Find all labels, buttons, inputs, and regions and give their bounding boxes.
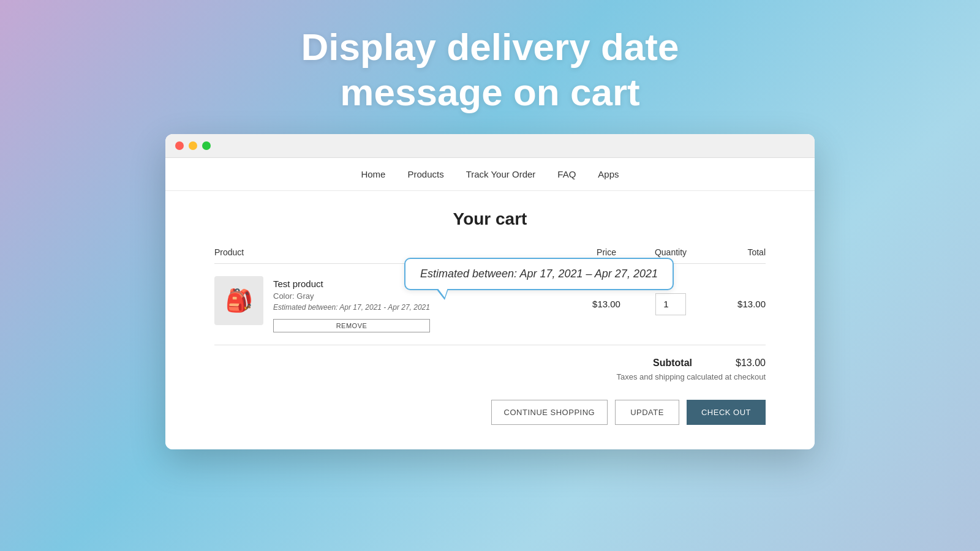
cart-subtotal: Subtotal $13.00 Taxes and shipping calcu… bbox=[214, 345, 766, 394]
cart-actions: CONTINUE SHOPPING UPDATE CHECK OUT bbox=[214, 394, 766, 431]
product-image: 🎒 bbox=[214, 276, 263, 325]
minimize-button-icon[interactable] bbox=[189, 141, 197, 150]
product-total: $13.00 bbox=[704, 299, 766, 309]
hero-title: Display delivery date message on cart bbox=[301, 24, 679, 116]
product-price: $13.00 bbox=[576, 299, 637, 309]
col-header-product: Product bbox=[214, 247, 576, 257]
store-nav: Home Products Track Your Order FAQ Apps bbox=[165, 158, 815, 191]
product-delivery-estimate: Estimated between: Apr 17, 2021 - Apr 27… bbox=[273, 303, 430, 312]
browser-content: Home Products Track Your Order FAQ Apps … bbox=[165, 158, 815, 449]
nav-item-home[interactable]: Home bbox=[361, 169, 385, 179]
subtotal-label: Subtotal bbox=[653, 358, 692, 369]
browser-window: Home Products Track Your Order FAQ Apps … bbox=[165, 134, 815, 449]
continue-shopping-button[interactable]: CONTINUE SHOPPING bbox=[491, 400, 608, 425]
remove-button[interactable]: REMOVE bbox=[273, 319, 430, 332]
nav-item-products[interactable]: Products bbox=[407, 169, 443, 179]
taxes-note: Taxes and shipping calculated at checkou… bbox=[616, 372, 766, 381]
col-header-price: Price bbox=[576, 247, 637, 257]
close-button-icon[interactable] bbox=[175, 141, 184, 150]
nav-item-apps[interactable]: Apps bbox=[598, 169, 619, 179]
subtotal-row: Subtotal $13.00 bbox=[653, 358, 766, 369]
nav-item-track[interactable]: Track Your Order bbox=[466, 169, 536, 179]
delivery-tooltip: Estimated between: Apr 17, 2021 – Apr 27… bbox=[404, 258, 674, 290]
col-header-total: Total bbox=[704, 247, 766, 257]
cart-title: Your cart bbox=[214, 209, 766, 229]
cart-item: Estimated between: Apr 17, 2021 – Apr 27… bbox=[214, 264, 766, 345]
cart-container: Your cart Product Price Quantity Total E… bbox=[165, 191, 815, 449]
nav-item-faq[interactable]: FAQ bbox=[557, 169, 576, 179]
checkout-button[interactable]: CHECK OUT bbox=[687, 400, 766, 425]
product-quantity-cell bbox=[637, 293, 704, 315]
product-variant: Color: Gray bbox=[273, 291, 430, 301]
update-button[interactable]: UPDATE bbox=[615, 400, 679, 425]
browser-toolbar bbox=[165, 134, 815, 158]
maximize-button-icon[interactable] bbox=[202, 141, 211, 150]
quantity-input[interactable] bbox=[655, 293, 686, 315]
col-header-quantity: Quantity bbox=[637, 247, 704, 257]
subtotal-value: $13.00 bbox=[729, 358, 766, 369]
product-image-icon: 🎒 bbox=[225, 288, 253, 313]
